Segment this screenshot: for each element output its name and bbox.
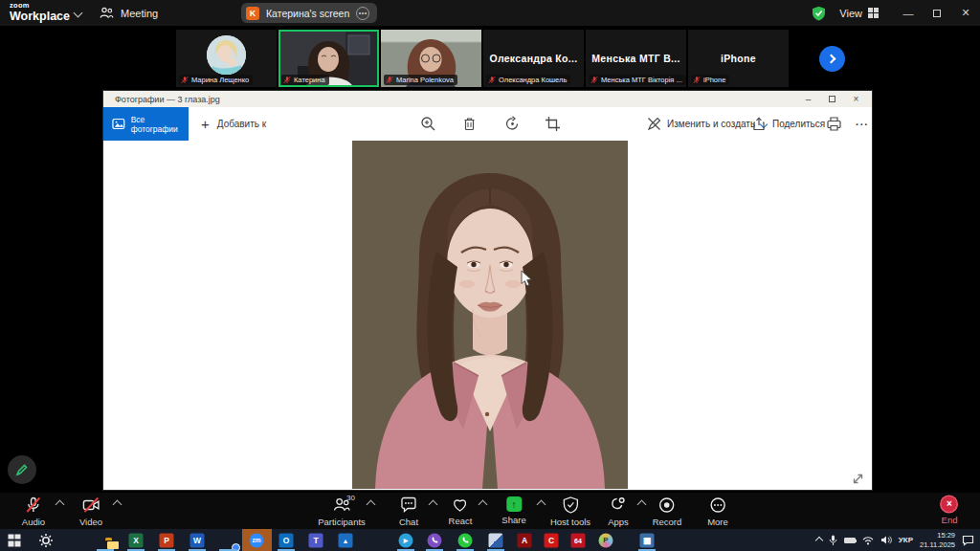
people-icon	[100, 7, 114, 19]
network-icon[interactable]	[862, 536, 874, 545]
telegram-icon[interactable]: ▶	[399, 533, 413, 547]
security-shield-icon[interactable]	[812, 6, 826, 21]
host-tools-shield-icon	[563, 496, 579, 514]
participant-tile-menska-mtg[interactable]: Менська МТГ В... Менська МТГ Вікторія ..…	[586, 30, 686, 87]
react-options-chevron[interactable]	[479, 500, 488, 510]
volume-icon[interactable]	[880, 535, 892, 545]
zoom-title-bar: zoom Workplace Meeting K Катерина's scre…	[0, 0, 980, 26]
participants-film-strip: Марина Лещенко Катерина	[0, 26, 980, 91]
rotate-icon[interactable]	[504, 116, 521, 132]
tray-expand-chevron[interactable]	[815, 536, 823, 543]
share-screen-button[interactable]: ↑ Share	[501, 496, 525, 525]
more-button[interactable]: More	[707, 496, 728, 527]
participants-button[interactable]: 30 Participants	[318, 496, 366, 527]
edit-create-button[interactable]: Изменить и создать	[647, 107, 767, 141]
action-center-icon[interactable]	[962, 535, 974, 546]
next-participants-button[interactable]	[819, 46, 845, 72]
settings-icon[interactable]	[39, 533, 54, 547]
displayed-photo[interactable]	[352, 141, 628, 489]
apps-options-chevron[interactable]	[637, 500, 647, 510]
acrobat-icon[interactable]: A	[518, 533, 532, 547]
participants-count: 30	[346, 494, 355, 502]
chat-icon	[400, 496, 417, 514]
photos-window-title: Фотографии — 3 глаза.jpg	[115, 95, 220, 104]
participant-tile-oleksandra[interactable]: Олександра Ко... Олександра Кошель	[483, 30, 584, 87]
chat-button[interactable]: Chat	[399, 496, 418, 527]
host-tools-button[interactable]: Host tools	[550, 496, 590, 527]
crop-icon[interactable]	[545, 116, 561, 132]
photos-app-icon[interactable]: ▲	[339, 533, 353, 547]
participant-display-name: iPhone	[688, 53, 789, 64]
annotate-button[interactable]	[8, 455, 36, 484]
photos-more-button[interactable]: ···	[856, 107, 869, 141]
participant-display-name: Менська МТГ В...	[586, 53, 686, 64]
record-button[interactable]: Record	[653, 496, 682, 527]
workplace-chevron-down-icon[interactable]	[74, 9, 83, 18]
video-options-chevron[interactable]	[113, 500, 122, 510]
react-button[interactable]: React	[449, 496, 473, 526]
windows-taskbar: X P W zm O T ▲ ▶ A C 64 P ▦	[0, 529, 980, 551]
excel-icon[interactable]: X	[129, 533, 144, 547]
muted-mic-icon	[283, 76, 291, 84]
end-meeting-button[interactable]: × End	[942, 496, 958, 525]
system-window-icon[interactable]	[489, 533, 503, 547]
restore-button[interactable]	[923, 0, 951, 26]
whatsapp-icon[interactable]	[458, 533, 473, 547]
participant-tile-marina-polenkova[interactable]: Marina Polenkova	[381, 30, 481, 87]
calculator-icon[interactable]: ▦	[640, 533, 655, 547]
apps-button[interactable]: Apps	[608, 496, 629, 527]
share-icon	[752, 117, 767, 131]
pill-more-icon[interactable]: •••	[356, 7, 369, 20]
participant-display-name: Олександра Ко...	[483, 53, 584, 64]
photos-restore-button[interactable]	[820, 91, 844, 107]
language-indicator[interactable]: УКР	[899, 536, 913, 544]
zoom-tool-icon[interactable]	[420, 116, 436, 132]
participant-tile-marina-leshchenko[interactable]: Марина Лещенко	[176, 30, 277, 87]
participant-tile-iphone[interactable]: iPhone iPhone	[688, 30, 789, 87]
print-icon[interactable]	[826, 116, 842, 132]
chat-options-chevron[interactable]	[429, 500, 438, 510]
word-icon[interactable]: W	[190, 533, 205, 547]
tray-mic-icon[interactable]	[829, 535, 837, 546]
system-tray: УКР 15:2921.11.2025	[816, 529, 980, 551]
zoom-workplace-logo: zoom Workplace	[10, 2, 70, 22]
heart-icon	[452, 496, 469, 513]
participant-name-label: Менська МТГ Вікторія ...	[589, 75, 686, 85]
photos-minimize-button[interactable]: –	[796, 91, 820, 107]
video-button[interactable]: Video	[79, 496, 102, 527]
participant-name-label: Катерина	[281, 75, 329, 85]
fullscreen-expand-icon[interactable]	[852, 473, 864, 485]
add-to-button[interactable]: + Добавить к	[201, 107, 266, 141]
photo-viewer-area: Активация Windows Чтобы активировать Win…	[103, 141, 872, 490]
powerpoint-icon[interactable]: P	[160, 533, 174, 547]
codec64-icon[interactable]: 64	[571, 533, 586, 547]
meeting-tab[interactable]: Meeting	[100, 0, 158, 26]
taskbar-clock[interactable]: 15:2921.11.2025	[920, 531, 955, 550]
all-photos-button[interactable]: Все фотографии	[103, 107, 189, 141]
viber-icon[interactable]	[428, 533, 442, 547]
close-button[interactable]: ✕	[951, 0, 980, 26]
participants-options-chevron[interactable]	[367, 500, 376, 510]
photos-title-bar[interactable]: Фотографии — 3 глаза.jpg – ×	[103, 91, 872, 107]
photos-share-button[interactable]: Поделиться	[752, 107, 825, 141]
muted-mic-icon	[181, 76, 189, 84]
audio-button[interactable]: Audio	[22, 496, 45, 527]
outlook-icon[interactable]: O	[279, 533, 294, 547]
audio-options-chevron[interactable]	[56, 500, 65, 510]
delete-icon[interactable]	[461, 116, 478, 132]
mouse-cursor	[521, 270, 533, 287]
participant-name-label: Marina Polenkova	[384, 75, 457, 85]
teams-icon[interactable]: T	[309, 533, 323, 547]
zoom-app-icon[interactable]: zm	[250, 533, 264, 547]
shared-screen-pill[interactable]: K Катерина's screen •••	[241, 3, 377, 23]
sharer-initial-badge: K	[246, 7, 259, 20]
participant-tile-katerina[interactable]: Катерина	[278, 30, 379, 87]
photos-close-button[interactable]: ×	[844, 91, 868, 107]
start-button[interactable]	[9, 534, 21, 546]
battery-icon[interactable]	[844, 538, 856, 543]
share-options-chevron[interactable]	[537, 500, 546, 510]
view-button[interactable]: View	[839, 8, 879, 19]
minimize-button[interactable]: —	[894, 0, 923, 26]
corel-icon[interactable]: C	[545, 533, 559, 547]
paint-icon[interactable]: P	[599, 533, 613, 547]
